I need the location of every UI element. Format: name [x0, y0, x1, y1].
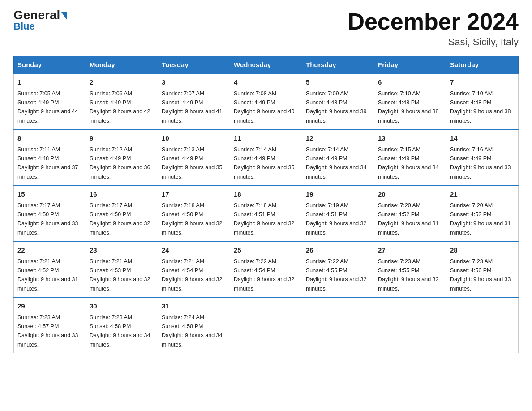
day-info: Sunrise: 7:21 AMSunset: 4:53 PMDaylight:… — [90, 258, 150, 292]
day-info: Sunrise: 7:11 AMSunset: 4:48 PMDaylight:… — [17, 146, 78, 180]
day-cell — [446, 297, 519, 353]
page-header: General Blue December 2024 Sasi, Sicily,… — [13, 9, 519, 48]
title-area: December 2024 Sasi, Sicily, Italy — [348, 9, 519, 48]
day-number: 28 — [450, 245, 515, 256]
day-info: Sunrise: 7:06 AMSunset: 4:49 PMDaylight:… — [90, 90, 150, 124]
day-cell: 21 Sunrise: 7:20 AMSunset: 4:52 PMDaylig… — [446, 185, 519, 241]
week-row-5: 29 Sunrise: 7:23 AMSunset: 4:57 PMDaylig… — [14, 297, 519, 353]
day-cell: 17 Sunrise: 7:18 AMSunset: 4:50 PMDaylig… — [158, 185, 230, 241]
day-cell: 14 Sunrise: 7:16 AMSunset: 4:49 PMDaylig… — [446, 129, 519, 185]
day-info: Sunrise: 7:16 AMSunset: 4:49 PMDaylight:… — [450, 146, 511, 180]
day-number: 1 — [17, 77, 82, 88]
day-number: 19 — [306, 189, 370, 200]
day-number: 20 — [378, 189, 442, 200]
day-cell: 16 Sunrise: 7:17 AMSunset: 4:50 PMDaylig… — [86, 185, 158, 241]
day-number: 16 — [90, 189, 154, 200]
week-row-1: 1 Sunrise: 7:05 AMSunset: 4:49 PMDayligh… — [14, 73, 519, 129]
days-header-row: Sunday Monday Tuesday Wednesday Thursday… — [14, 56, 519, 74]
day-info: Sunrise: 7:20 AMSunset: 4:52 PMDaylight:… — [450, 202, 511, 236]
day-info: Sunrise: 7:14 AMSunset: 4:49 PMDaylight:… — [234, 146, 295, 180]
day-info: Sunrise: 7:23 AMSunset: 4:57 PMDaylight:… — [17, 314, 78, 348]
day-info: Sunrise: 7:13 AMSunset: 4:49 PMDaylight:… — [162, 146, 223, 180]
header-wednesday: Wednesday — [230, 56, 302, 74]
day-cell: 2 Sunrise: 7:06 AMSunset: 4:49 PMDayligh… — [86, 73, 158, 129]
day-number: 24 — [162, 245, 226, 256]
day-cell: 5 Sunrise: 7:09 AMSunset: 4:48 PMDayligh… — [302, 73, 374, 129]
day-info: Sunrise: 7:17 AMSunset: 4:50 PMDaylight:… — [17, 202, 78, 236]
day-cell: 11 Sunrise: 7:14 AMSunset: 4:49 PMDaylig… — [230, 129, 302, 185]
month-title: December 2024 — [348, 9, 519, 34]
day-info: Sunrise: 7:10 AMSunset: 4:48 PMDaylight:… — [450, 90, 511, 124]
header-sunday: Sunday — [14, 56, 86, 74]
day-info: Sunrise: 7:17 AMSunset: 4:50 PMDaylight:… — [90, 202, 150, 236]
day-cell: 27 Sunrise: 7:23 AMSunset: 4:55 PMDaylig… — [374, 241, 446, 297]
day-cell: 26 Sunrise: 7:22 AMSunset: 4:55 PMDaylig… — [302, 241, 374, 297]
day-cell: 24 Sunrise: 7:21 AMSunset: 4:54 PMDaylig… — [158, 241, 230, 297]
day-cell: 10 Sunrise: 7:13 AMSunset: 4:49 PMDaylig… — [158, 129, 230, 185]
day-info: Sunrise: 7:12 AMSunset: 4:49 PMDaylight:… — [90, 146, 150, 180]
day-number: 23 — [90, 245, 154, 256]
logo: General Blue — [13, 9, 67, 32]
day-cell: 28 Sunrise: 7:23 AMSunset: 4:56 PMDaylig… — [446, 241, 519, 297]
day-info: Sunrise: 7:22 AMSunset: 4:55 PMDaylight:… — [306, 258, 367, 292]
header-monday: Monday — [86, 56, 158, 74]
week-row-3: 15 Sunrise: 7:17 AMSunset: 4:50 PMDaylig… — [14, 185, 519, 241]
day-cell: 7 Sunrise: 7:10 AMSunset: 4:48 PMDayligh… — [446, 73, 519, 129]
day-info: Sunrise: 7:21 AMSunset: 4:52 PMDaylight:… — [17, 258, 78, 292]
day-info: Sunrise: 7:14 AMSunset: 4:49 PMDaylight:… — [306, 146, 367, 180]
week-row-4: 22 Sunrise: 7:21 AMSunset: 4:52 PMDaylig… — [14, 241, 519, 297]
day-number: 15 — [17, 189, 82, 200]
day-info: Sunrise: 7:23 AMSunset: 4:56 PMDaylight:… — [450, 258, 511, 292]
header-thursday: Thursday — [302, 56, 374, 74]
day-info: Sunrise: 7:07 AMSunset: 4:49 PMDaylight:… — [162, 90, 223, 124]
day-cell — [230, 297, 302, 353]
day-info: Sunrise: 7:19 AMSunset: 4:51 PMDaylight:… — [306, 202, 367, 236]
day-info: Sunrise: 7:18 AMSunset: 4:51 PMDaylight:… — [234, 202, 295, 236]
day-info: Sunrise: 7:08 AMSunset: 4:49 PMDaylight:… — [234, 90, 295, 124]
day-info: Sunrise: 7:18 AMSunset: 4:50 PMDaylight:… — [162, 202, 223, 236]
day-info: Sunrise: 7:23 AMSunset: 4:58 PMDaylight:… — [90, 314, 150, 348]
week-row-2: 8 Sunrise: 7:11 AMSunset: 4:48 PMDayligh… — [14, 129, 519, 185]
header-friday: Friday — [374, 56, 446, 74]
day-number: 14 — [450, 133, 515, 144]
day-number: 10 — [162, 133, 226, 144]
day-number: 18 — [234, 189, 298, 200]
day-cell: 8 Sunrise: 7:11 AMSunset: 4:48 PMDayligh… — [14, 129, 86, 185]
day-number: 21 — [450, 189, 515, 200]
logo-blue-text: Blue — [13, 21, 35, 32]
day-number: 31 — [162, 301, 226, 312]
header-saturday: Saturday — [446, 56, 519, 74]
day-cell: 18 Sunrise: 7:18 AMSunset: 4:51 PMDaylig… — [230, 185, 302, 241]
day-cell: 29 Sunrise: 7:23 AMSunset: 4:57 PMDaylig… — [14, 297, 86, 353]
day-cell: 31 Sunrise: 7:24 AMSunset: 4:58 PMDaylig… — [158, 297, 230, 353]
day-number: 27 — [378, 245, 442, 256]
day-info: Sunrise: 7:22 AMSunset: 4:54 PMDaylight:… — [234, 258, 295, 292]
day-number: 9 — [90, 133, 154, 144]
day-number: 8 — [17, 133, 82, 144]
day-cell: 9 Sunrise: 7:12 AMSunset: 4:49 PMDayligh… — [86, 129, 158, 185]
day-cell: 15 Sunrise: 7:17 AMSunset: 4:50 PMDaylig… — [14, 185, 86, 241]
day-number: 13 — [378, 133, 442, 144]
day-number: 3 — [162, 77, 226, 88]
day-info: Sunrise: 7:05 AMSunset: 4:49 PMDaylight:… — [17, 90, 78, 124]
day-number: 12 — [306, 133, 370, 144]
header-tuesday: Tuesday — [158, 56, 230, 74]
day-number: 4 — [234, 77, 298, 88]
day-cell: 13 Sunrise: 7:15 AMSunset: 4:49 PMDaylig… — [374, 129, 446, 185]
day-cell: 25 Sunrise: 7:22 AMSunset: 4:54 PMDaylig… — [230, 241, 302, 297]
day-cell — [302, 297, 374, 353]
day-cell: 12 Sunrise: 7:14 AMSunset: 4:49 PMDaylig… — [302, 129, 374, 185]
location-text: Sasi, Sicily, Italy — [348, 36, 519, 48]
day-cell: 3 Sunrise: 7:07 AMSunset: 4:49 PMDayligh… — [158, 73, 230, 129]
day-info: Sunrise: 7:23 AMSunset: 4:55 PMDaylight:… — [378, 258, 439, 292]
day-number: 22 — [17, 245, 82, 256]
day-info: Sunrise: 7:24 AMSunset: 4:58 PMDaylight:… — [162, 314, 223, 348]
day-info: Sunrise: 7:10 AMSunset: 4:48 PMDaylight:… — [378, 90, 439, 124]
day-cell — [374, 297, 446, 353]
day-info: Sunrise: 7:20 AMSunset: 4:52 PMDaylight:… — [378, 202, 439, 236]
day-cell: 30 Sunrise: 7:23 AMSunset: 4:58 PMDaylig… — [86, 297, 158, 353]
day-number: 5 — [306, 77, 370, 88]
day-number: 29 — [17, 301, 82, 312]
day-cell: 19 Sunrise: 7:19 AMSunset: 4:51 PMDaylig… — [302, 185, 374, 241]
day-cell: 22 Sunrise: 7:21 AMSunset: 4:52 PMDaylig… — [14, 241, 86, 297]
